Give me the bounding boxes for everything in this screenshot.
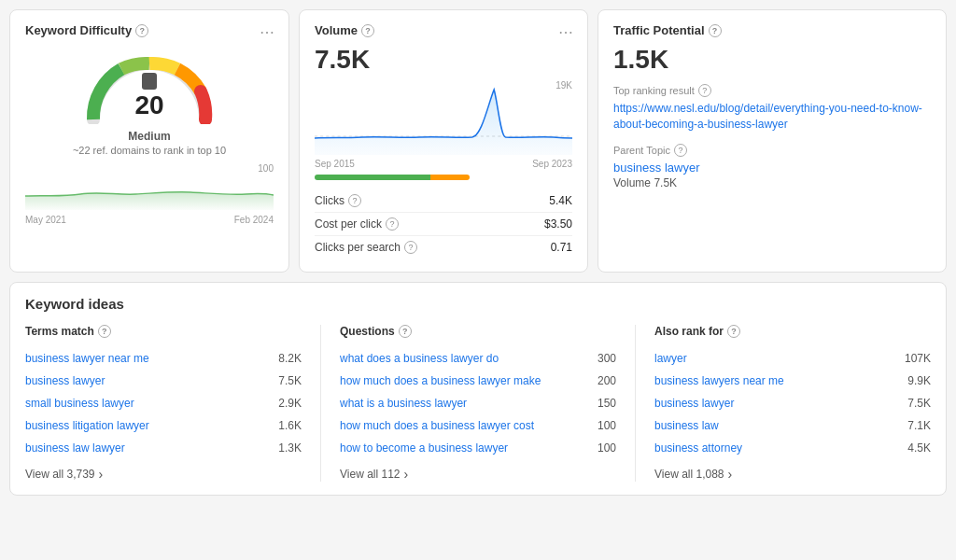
chevron-right-icon: › [99, 467, 104, 482]
kd-trend-chart: 100 May 2021 Feb 2024 [25, 163, 274, 215]
also-rank-for-view-all[interactable]: View all 1,088 › [654, 467, 931, 482]
stat-label-clicks: Clicks ? [315, 194, 361, 207]
ki-link[interactable]: lawyer [654, 352, 687, 365]
list-item[interactable]: business lawyer 7.5K [654, 392, 931, 414]
ki-link[interactable]: business lawyer [25, 374, 105, 387]
list-item[interactable]: lawyer 107K [654, 347, 931, 370]
traffic-potential-title: Traffic Potential ? [613, 23, 931, 37]
ki-count: 300 [598, 352, 616, 365]
list-item[interactable]: small business lawyer 2.9K [25, 392, 302, 414]
kd-chart-max: 100 [258, 163, 274, 174]
parent-topic-value[interactable]: business lawyer [613, 161, 931, 175]
kd-gauge-container: 20 [25, 45, 274, 124]
kd-help-icon[interactable]: ? [135, 24, 148, 37]
list-item[interactable]: how to become a business lawyer 100 [340, 437, 616, 459]
cpc-label: Cost per click [315, 217, 382, 231]
ki-count: 7.5K [907, 397, 931, 410]
top-ranking-help-icon[interactable]: ? [698, 84, 711, 97]
ki-link[interactable]: business law [654, 419, 719, 432]
ki-link[interactable]: business lawyers near me [654, 374, 784, 387]
tp-value: 1.5K [613, 45, 931, 75]
volume-sparkline [315, 80, 572, 155]
parent-topic-label: Parent Topic ? [613, 144, 931, 157]
list-item[interactable]: business litigation lawyer 1.6K [25, 414, 302, 437]
kd-subtitle: ~22 ref. domains to rank in top 10 [25, 145, 274, 156]
keyword-difficulty-title: Keyword Difficulty ? [25, 23, 274, 37]
list-item[interactable]: business lawyer near me 8.2K [25, 347, 302, 370]
clicks-label: Clicks [315, 194, 344, 207]
volume-title-text: Volume [315, 23, 358, 37]
kd-menu-icon[interactable]: ⋯ [260, 23, 275, 41]
volume-card: Volume ? ⋯ 7.5K 19K [299, 9, 588, 273]
list-item[interactable]: how much does a business lawyer make 200 [340, 370, 616, 392]
also-rank-for-help-icon[interactable]: ? [727, 325, 740, 338]
questions-title: Questions ? [340, 325, 616, 338]
stat-row-cpc: Cost per click ? $3.50 [315, 213, 572, 236]
kd-date-end: Feb 2024 [234, 215, 274, 225]
list-item[interactable]: business lawyers near me 9.9K [654, 370, 931, 392]
chevron-right-icon: › [404, 467, 409, 482]
ki-link[interactable]: business lawyer [654, 397, 734, 410]
ki-link[interactable]: business attorney [654, 441, 742, 455]
list-item[interactable]: what does a business lawyer do 300 [340, 347, 616, 370]
volume-menu-icon[interactable]: ⋯ [558, 23, 574, 41]
list-item[interactable]: business lawyer 7.5K [25, 370, 302, 392]
list-item[interactable]: business attorney 4.5K [654, 437, 931, 459]
list-item[interactable]: business law lawyer 1.3K [25, 437, 302, 459]
ki-count: 7.1K [907, 419, 931, 432]
keyword-ideas-section: Keyword ideas Terms match ? business law… [9, 282, 947, 496]
tp-help-icon[interactable]: ? [709, 24, 722, 37]
ki-link[interactable]: how much does a business lawyer make [340, 374, 541, 387]
ki-count: 100 [598, 419, 616, 432]
kd-sparkline [25, 163, 274, 210]
volume-help-icon[interactable]: ? [361, 24, 374, 37]
questions-column: Questions ? what does a business lawyer … [340, 325, 636, 482]
vol-chart-date-labels: Sep 2015 Sep 2023 [315, 159, 572, 169]
chevron-right-icon: › [728, 467, 733, 482]
ki-count: 9.9K [907, 374, 931, 387]
tp-title-text: Traffic Potential [613, 23, 705, 37]
ki-count: 4.5K [907, 441, 931, 455]
top-ranking-url[interactable]: https://www.nesl.edu/blog/detail/everyth… [613, 101, 931, 133]
ki-link[interactable]: business law lawyer [25, 441, 125, 455]
ki-link[interactable]: how much does a business lawyer cost [340, 419, 534, 432]
volume-value: 7.5K [315, 45, 572, 75]
list-item[interactable]: business law 7.1K [654, 414, 931, 437]
also-rank-for-title: Also rank for ? [654, 325, 931, 338]
top-ranking-label: Top ranking result ? [613, 84, 931, 97]
cpc-help-icon[interactable]: ? [386, 217, 399, 231]
traffic-potential-card: Traffic Potential ? 1.5K Top ranking res… [598, 9, 947, 273]
ki-link[interactable]: how to become a business lawyer [340, 441, 508, 455]
ki-count: 150 [598, 397, 616, 410]
ki-link[interactable]: business litigation lawyer [25, 419, 149, 432]
clicks-help-icon[interactable]: ? [348, 194, 361, 207]
kd-title-text: Keyword Difficulty [25, 23, 132, 37]
ki-count: 107K [905, 352, 931, 365]
questions-help-icon[interactable]: ? [399, 325, 412, 338]
list-item[interactable]: what is a business lawyer 150 [340, 392, 616, 414]
parent-topic-help-icon[interactable]: ? [674, 144, 687, 157]
questions-view-all[interactable]: View all 112 › [340, 467, 616, 482]
cpc-value: $3.50 [544, 217, 572, 231]
volume-title: Volume ? [315, 23, 572, 37]
cps-value: 0.71 [551, 241, 572, 254]
color-bar-green [315, 175, 430, 180]
volume-color-bar [315, 175, 470, 180]
cps-help-icon[interactable]: ? [404, 241, 417, 254]
svg-rect-0 [142, 73, 157, 90]
list-item[interactable]: how much does a business lawyer cost 100 [340, 414, 616, 437]
ki-count: 8.2K [278, 352, 302, 365]
ki-count: 1.3K [278, 441, 302, 455]
ki-link[interactable]: small business lawyer [25, 397, 134, 410]
ki-link[interactable]: what does a business lawyer do [340, 352, 499, 365]
ki-link[interactable]: what is a business lawyer [340, 397, 467, 410]
stat-row-cps: Clicks per search ? 0.71 [315, 236, 572, 259]
terms-match-view-all[interactable]: View all 3,739 › [25, 467, 302, 482]
terms-match-help-icon[interactable]: ? [98, 325, 111, 338]
parent-topic-volume: Volume 7.5K [613, 176, 931, 189]
terms-match-column: Terms match ? business lawyer near me 8.… [25, 325, 321, 482]
vol-date-start: Sep 2015 [315, 159, 355, 169]
volume-stats: Clicks ? 5.4K Cost per click ? $3.50 Cli… [315, 189, 572, 259]
kd-date-start: May 2021 [25, 215, 66, 225]
ki-link[interactable]: business lawyer near me [25, 352, 149, 365]
